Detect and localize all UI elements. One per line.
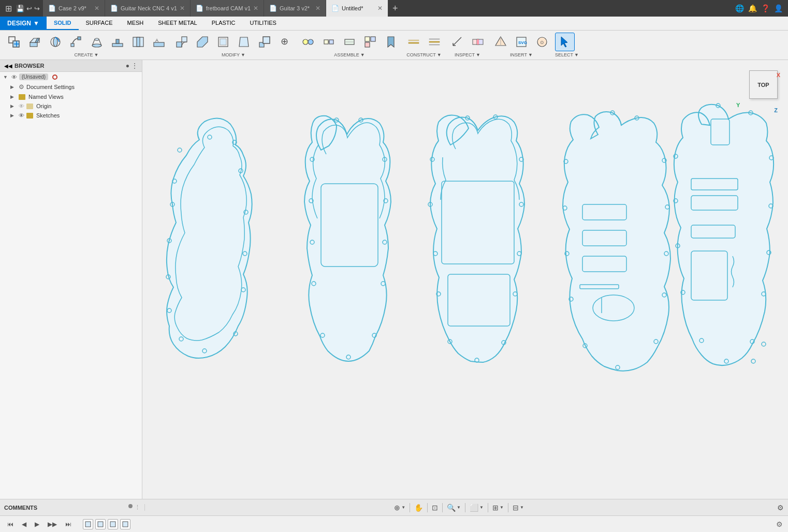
sketches-visibility-icon[interactable]: 👁: [19, 112, 24, 119]
design-button[interactable]: DESIGN ▼: [0, 17, 47, 30]
tab-solid[interactable]: SOLID: [47, 17, 79, 30]
motion-button[interactable]: [319, 33, 339, 51]
new-tab-button[interactable]: +: [388, 0, 402, 17]
orbit-tool[interactable]: ⊕ ▼: [394, 504, 405, 512]
tab-fretboard-close[interactable]: ✕: [253, 5, 258, 12]
globe-icon[interactable]: 🌐: [735, 4, 744, 12]
comments-expand-icon[interactable]: ⋮: [135, 504, 140, 511]
timeline-next-button[interactable]: ▶▶: [46, 520, 59, 529]
browser-sketches[interactable]: ▶ 👁 Sketches: [0, 111, 142, 120]
tab-fretboard[interactable]: 📄 fretboard CAM v1 ✕: [191, 0, 264, 17]
construct-group-label[interactable]: CONSTRUCT ▼: [404, 52, 444, 57]
offset-plane-button[interactable]: [404, 33, 424, 51]
tab-case2[interactable]: 📄 Case 2 v9* ✕: [43, 0, 105, 17]
timeline-skip-start-button[interactable]: ⏮: [5, 520, 16, 529]
app-grid-icon[interactable]: ⊞: [3, 2, 14, 16]
user-icon[interactable]: 👤: [774, 4, 783, 12]
origin-visibility-icon[interactable]: 👁: [19, 103, 24, 109]
axis-z-label: Z: [774, 107, 778, 113]
joint-button[interactable]: [298, 33, 318, 51]
chamfer-button[interactable]: [193, 33, 212, 51]
timeline-play-button[interactable]: ▶: [33, 520, 41, 529]
bell-icon[interactable]: 🔔: [748, 4, 757, 12]
footer-settings-button[interactable]: ⚙: [776, 520, 783, 528]
timeline-item-3[interactable]: [108, 519, 118, 529]
select-button[interactable]: [555, 33, 575, 51]
snap-tool[interactable]: ⊟ ▼: [513, 504, 524, 512]
undo-icon[interactable]: ↩: [26, 5, 32, 12]
view-cube-top[interactable]: TOP: [749, 70, 778, 99]
move-button[interactable]: ⊕: [275, 33, 295, 51]
tab-guitar3-close[interactable]: ✕: [315, 5, 320, 12]
timeline-item-2[interactable]: [95, 519, 106, 529]
timeline-item-1[interactable]: [83, 519, 93, 529]
browser-doc-settings[interactable]: ▶ ⚙ Document Settings: [0, 82, 142, 92]
as-built-button[interactable]: [360, 33, 380, 51]
zoom-tool[interactable]: 🔍 ▼: [447, 504, 461, 512]
select-group-label[interactable]: SELECT ▼: [555, 52, 579, 57]
measure-button[interactable]: [447, 33, 467, 51]
tab-plastic[interactable]: PLASTIC: [205, 17, 243, 30]
tab-case2-close[interactable]: ✕: [94, 5, 99, 12]
assemble-group-label[interactable]: ASSEMBLE ▼: [298, 52, 401, 57]
scale-button[interactable]: [255, 33, 274, 51]
settings-gear-icon[interactable]: ⚙: [777, 504, 784, 512]
inspect-group-label[interactable]: INSPECT ▼: [447, 52, 488, 57]
origin-arrow[interactable]: ▶: [10, 104, 17, 109]
root-visibility-icon[interactable]: 👁: [11, 74, 17, 80]
midplane-button[interactable]: [425, 33, 444, 51]
browser-root-item[interactable]: ▼ 👁 (Unsaved): [0, 72, 142, 82]
zoom-fit-tool[interactable]: ⊡: [432, 504, 438, 512]
extrude-button[interactable]: [25, 33, 45, 51]
timeline-skip-end-button[interactable]: ⏭: [63, 520, 74, 529]
bookmark-button[interactable]: [381, 33, 401, 51]
timeline-item-4[interactable]: [120, 519, 130, 529]
modify-group-label[interactable]: MODIFY ▼: [172, 52, 295, 57]
interference-button[interactable]: [468, 33, 488, 51]
redo-icon[interactable]: ↪: [34, 5, 40, 12]
grid-tool[interactable]: ⊞ ▼: [492, 504, 504, 512]
tab-guitarneck-close[interactable]: ✕: [180, 5, 185, 12]
pan-tool[interactable]: ✋: [414, 504, 423, 512]
rigid-button[interactable]: [340, 33, 359, 51]
display-mode-tool[interactable]: ⬜ ▼: [470, 504, 484, 512]
tab-untitled[interactable]: 📄 Untitled* ✕: [326, 0, 388, 17]
insert-group-label[interactable]: INSERT ▼: [491, 52, 552, 57]
browser-origin[interactable]: ▶ 👁 Origin: [0, 101, 142, 111]
create-group-label[interactable]: CREATE ▼: [4, 52, 169, 57]
tab-guitar3[interactable]: 📄 Guitar 3 v2* ✕: [264, 0, 326, 17]
fillet-button[interactable]: [172, 33, 192, 51]
tab-guitarneck[interactable]: 📄 Guitar Neck CNC 4 v1 ✕: [105, 0, 191, 17]
offset-plane-icon: [406, 35, 421, 49]
tab-utilities[interactable]: UTILITIES: [243, 17, 284, 30]
draft-button[interactable]: [234, 33, 254, 51]
insert-svg-button[interactable]: SVG: [512, 33, 531, 51]
browser-named-views[interactable]: ▶ Named Views: [0, 92, 142, 101]
root-collapse-arrow[interactable]: ▼: [3, 75, 9, 80]
sweep-button[interactable]: [66, 33, 86, 51]
browser-expand-icon[interactable]: ⋮: [132, 62, 138, 69]
tab-untitled-close[interactable]: ✕: [377, 5, 383, 12]
tab-surface[interactable]: SURFACE: [79, 17, 120, 30]
shell-button[interactable]: [213, 33, 233, 51]
view-cube[interactable]: TOP X Y Z: [734, 68, 780, 114]
emboss-button[interactable]: A: [149, 33, 169, 51]
save-icon[interactable]: 💾: [16, 5, 24, 12]
tab-sheetmetal[interactable]: SHEET METAL: [151, 17, 204, 30]
canvas[interactable]: .guitar-fill { fill: #e8f4fa; stroke: #4…: [142, 60, 788, 499]
revolve-button[interactable]: [46, 33, 65, 51]
rib-button[interactable]: [108, 33, 127, 51]
loft-button[interactable]: [87, 33, 107, 51]
timeline-prev-button[interactable]: ◀: [20, 520, 28, 529]
new-component-button[interactable]: [4, 33, 24, 51]
named-views-arrow[interactable]: ▶: [10, 94, 17, 99]
help-icon[interactable]: ❓: [761, 4, 770, 12]
insert-mesh-button[interactable]: [491, 33, 510, 51]
doc-settings-arrow[interactable]: ▶: [10, 84, 17, 90]
decal-button[interactable]: ⊙: [532, 33, 552, 51]
browser-collapse-icon[interactable]: ◀◀: [4, 63, 12, 69]
browser-dot-icon[interactable]: ●: [126, 62, 129, 69]
web-button[interactable]: [128, 33, 148, 51]
tab-mesh[interactable]: MESH: [120, 17, 151, 30]
sketches-arrow[interactable]: ▶: [10, 113, 17, 118]
